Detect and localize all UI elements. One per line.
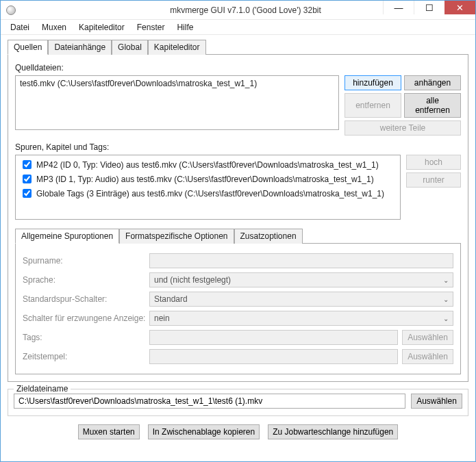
label-language: Sprache: xyxy=(23,275,149,285)
track-option-panel: Spurname: Sprache: und (nicht festgelegt… xyxy=(15,243,461,374)
destination-path-input[interactable] xyxy=(14,394,405,409)
menu-help[interactable]: Hilfe xyxy=(171,21,199,34)
track-checkbox[interactable] xyxy=(23,175,32,183)
chevron-down-icon: ⌄ xyxy=(443,296,449,303)
track-item[interactable]: Globale Tags (3 Einträge) aus test6.mkv … xyxy=(20,187,396,200)
track-label: MP3 (ID 1, Typ: Audio) aus test6.mkv (C:… xyxy=(36,175,374,184)
maximize-button[interactable]: ☐ xyxy=(414,1,444,14)
menu-window[interactable]: Fenster xyxy=(131,21,171,34)
track-label: MP42 (ID 0, Typ: Video) aus test6.mkv (C… xyxy=(36,160,379,170)
tab-attachments[interactable]: Dateianhänge xyxy=(48,40,112,55)
label-destination: Zieldateiname xyxy=(14,384,71,394)
destination-choose-button[interactable]: Auswählen xyxy=(411,394,462,409)
move-up-button[interactable]: hoch xyxy=(406,155,461,170)
tab-global[interactable]: Global xyxy=(112,40,148,55)
menu-file[interactable]: Datei xyxy=(5,21,35,34)
menubar: Datei Muxen Kapiteleditor Fenster Hilfe xyxy=(1,20,475,35)
tab-format-options[interactable]: Formatspezifische Optionen xyxy=(119,229,234,244)
track-item[interactable]: MP42 (ID 0, Typ: Video) aus test6.mkv (C… xyxy=(20,158,396,171)
label-default-flag: Standardspur-Schalter: xyxy=(23,294,149,304)
app-icon xyxy=(6,5,16,15)
append-button[interactable]: anhängen xyxy=(404,75,461,90)
default-flag-select[interactable]: Standard ⌄ xyxy=(149,292,453,307)
tags-input[interactable] xyxy=(149,330,398,345)
chevron-down-icon: ⌄ xyxy=(443,277,449,284)
remove-all-button[interactable]: alle entfernen xyxy=(404,93,461,118)
tab-panel-sources: Quelldateien: test6.mkv (C:\Users\fastf0… xyxy=(8,54,468,382)
tab-sources[interactable]: Quellen xyxy=(8,40,48,55)
copy-clipboard-button[interactable]: In Zwischenablage kopieren xyxy=(148,424,260,439)
chevron-down-icon: ⌄ xyxy=(443,315,449,322)
add-to-queue-button[interactable]: Zu Jobwarteschlange hinzufügen xyxy=(268,424,398,439)
label-source-files: Quelldateien: xyxy=(15,63,461,73)
destination-group: Zieldateiname Auswählen xyxy=(8,389,468,416)
trackname-input[interactable] xyxy=(149,253,453,268)
timestamps-input[interactable] xyxy=(149,349,398,364)
language-select[interactable]: und (nicht festgelegt) ⌄ xyxy=(149,272,453,287)
track-checkbox[interactable] xyxy=(23,160,32,169)
track-checkbox[interactable] xyxy=(23,189,32,198)
label-trackname: Spurname: xyxy=(23,256,149,266)
close-button[interactable]: ✕ xyxy=(444,1,475,14)
track-list[interactable]: MP42 (ID 0, Typ: Video) aus test6.mkv (C… xyxy=(15,155,401,220)
label-tags: Tags: xyxy=(23,333,149,342)
move-down-button[interactable]: runter xyxy=(406,172,461,188)
menu-muxen[interactable]: Muxen xyxy=(36,21,72,34)
action-bar: Muxen starten In Zwischenablage kopieren… xyxy=(8,424,468,439)
more-parts-button[interactable]: weitere Teile xyxy=(345,120,461,136)
source-file-item[interactable]: test6.mkv (C:\Users\fastf0rever\Download… xyxy=(20,79,334,88)
tab-extra-options[interactable]: Zusatzoptionen xyxy=(234,229,303,244)
label-forced-flag: Schalter für erzwungene Anzeige: xyxy=(23,313,149,323)
track-option-tabs: Allgemeine Spuroptionen Formatspezifisch… xyxy=(15,229,461,244)
add-button[interactable]: hinzufügen xyxy=(345,75,401,90)
label-tracks: Spuren, Kapitel und Tags: xyxy=(15,142,461,152)
track-item[interactable]: MP3 (ID 1, Typ: Audio) aus test6.mkv (C:… xyxy=(20,172,396,185)
track-label: Globale Tags (3 Einträge) aus test6.mkv … xyxy=(36,189,384,198)
start-muxing-button[interactable]: Muxen starten xyxy=(78,424,140,439)
main-tabs: Quellen Dateianhänge Global Kapiteledito… xyxy=(8,40,468,55)
titlebar: mkvmerge GUI v7.1.0 ('Good Love') 32bit … xyxy=(1,1,475,20)
default-flag-value: Standard xyxy=(154,294,188,304)
menu-chapters[interactable]: Kapiteleditor xyxy=(73,21,130,34)
tags-choose-button[interactable]: Auswählen xyxy=(402,330,453,345)
tab-general-options[interactable]: Allgemeine Spuroptionen xyxy=(15,229,119,244)
remove-button[interactable]: entfernen xyxy=(345,93,401,118)
minimize-button[interactable]: — xyxy=(383,1,414,14)
tab-chaptereditor[interactable]: Kapiteleditor xyxy=(148,40,206,55)
forced-flag-select[interactable]: nein ⌄ xyxy=(149,311,453,326)
language-value: und (nicht festgelegt) xyxy=(154,275,231,285)
label-timestamps: Zeitstempel: xyxy=(23,352,149,361)
forced-flag-value: nein xyxy=(154,313,170,323)
source-file-list[interactable]: test6.mkv (C:\Users\fastf0rever\Download… xyxy=(15,75,339,130)
timestamps-choose-button[interactable]: Auswählen xyxy=(402,349,453,364)
